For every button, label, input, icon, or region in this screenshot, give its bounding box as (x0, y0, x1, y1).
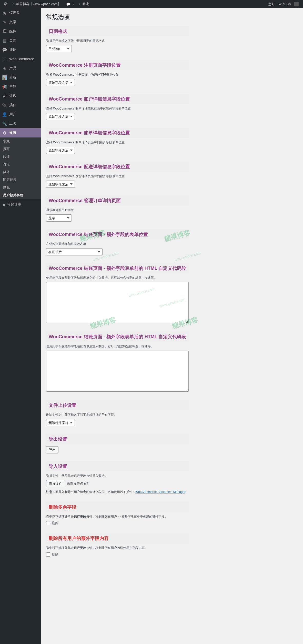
billing-pos-select[interactable]: 原始字段之后 (46, 147, 75, 154)
submenu-item-7[interactable]: 用户额外字段 (0, 191, 41, 199)
section-import-title: 导入设置 (46, 461, 189, 471)
menu-label: 媒体 (9, 29, 16, 34)
menu-label: 设置 (9, 131, 16, 135)
menu-item-6[interactable]: ◈产品 (0, 64, 41, 73)
menu-item-13[interactable]: ⚙设置 (0, 128, 41, 137)
section-shipping-pos-desc: 选择 WooCommerce 发货详情页面中的额外字段表单位置 (46, 174, 189, 179)
section-account-pos-title: WooCommerce 账户详细信息字段位置 (46, 94, 189, 104)
section-checkout-pos-desc: 在结账页面选择额外字段表单 (46, 242, 189, 246)
menu-icon: 👤 (2, 112, 7, 117)
export-button[interactable]: 导出 (46, 446, 58, 453)
checkout-pos-select[interactable]: 在账单后 (46, 248, 103, 255)
section-order-details-title: WooCommerce 管理订单详情页面 (46, 195, 189, 206)
section-html-after-title: WooCommerce 结账页面 - 额外字段表单后的 HTML 自定义代码段 (46, 332, 189, 342)
section-reg-pos-title: WooCommerce 注册页面字段位置 (46, 60, 189, 70)
menu-label: 用户 (9, 112, 16, 117)
menu-item-12[interactable]: 🔧工具 (0, 119, 41, 128)
submenu-item-0[interactable]: 常规 (0, 137, 41, 145)
menu-item-2[interactable]: 🖾媒体 (0, 27, 41, 36)
menu-label: 分析 (9, 75, 16, 80)
wordpress-icon: ⓦ (4, 2, 7, 6)
menu-icon: 📊 (2, 75, 7, 80)
menu-item-1[interactable]: ✎文章 (0, 17, 41, 27)
home-icon: ⌂ (13, 2, 15, 6)
menu-icon: ✎ (2, 19, 7, 25)
collapse-icon: ◀ (2, 203, 5, 207)
section-export-title: 导出设置 (46, 434, 189, 444)
menu-label: 产品 (9, 66, 16, 71)
menu-item-9[interactable]: 🖌外观 (0, 91, 41, 101)
menu-icon: 🔌 (2, 103, 7, 108)
delete-extra-checkbox[interactable] (46, 521, 50, 525)
menu-icon: ◈ (2, 66, 7, 71)
menu-item-7[interactable]: 📊分析 (0, 73, 41, 82)
new-content[interactable]: +新建 (77, 0, 91, 8)
submenu-item-1[interactable]: 撰写 (0, 145, 41, 153)
reg-pos-select[interactable]: 原始字段之后 (46, 79, 75, 86)
section-delete-extra-desc: 选中以下选项并单击保存更改按钮，将删除您在用户 -> 额外字段菜单中创建的额外字… (46, 514, 189, 519)
wc-customers-manager-link[interactable]: WooCommerce Customers Manager (135, 490, 185, 494)
menu-label: 工具 (9, 121, 16, 126)
submenu-item-4[interactable]: 媒体 (0, 168, 41, 176)
menu-icon: 🔧 (2, 121, 7, 126)
section-billing-pos-title: WooCommerce 账单详细信息字段位置 (46, 128, 189, 138)
delete-all-label: 删除 (52, 552, 58, 557)
section-account-pos-desc: 选择 WooCommerce 账户详细信息页面中的额外字段表单位置 (46, 106, 189, 111)
menu-icon: ▤ (2, 38, 7, 43)
section-checkout-pos-title: WooCommerce 结账页面 - 额外字段的表单位置 (46, 229, 189, 240)
site-name[interactable]: ⌂糖果博客【www.wpocn.com】 (11, 0, 63, 8)
delete-all-checkbox[interactable] (46, 552, 50, 557)
comment-count: 0 (72, 2, 74, 6)
menu-label: 插件 (9, 103, 16, 107)
menu-item-3[interactable]: ▤页面 (0, 36, 41, 45)
submenu-item-2[interactable]: 阅读 (0, 153, 41, 161)
greeting-text: 您好，WPOCN (268, 2, 291, 6)
comments-link[interactable]: 💬0 (64, 0, 76, 8)
submenu-item-6[interactable]: 隐私 (0, 184, 41, 191)
html-before-textarea[interactable] (46, 282, 189, 323)
new-label: 新建 (82, 2, 89, 6)
menu-icon: 🖾 (2, 29, 7, 34)
menu-icon: ⬚ (2, 56, 7, 62)
section-date-format-title: 日期格式 (46, 26, 189, 36)
menu-item-4[interactable]: 💬评论 (0, 45, 41, 54)
section-date-format-desc: 选择用于在输入字段中显示日期的日期格式 (46, 38, 189, 43)
page-title: 常规选项 (46, 11, 189, 26)
file-upload-select[interactable]: 删除特殊字符 (46, 419, 75, 426)
menu-item-8[interactable]: 📢营销 (0, 82, 41, 91)
menu-label: 文章 (9, 20, 16, 24)
account-pos-select[interactable]: 原始字段之后 (46, 113, 75, 120)
menu-icon: 📢 (2, 84, 7, 89)
site-title-text: 糖果博客【www.wpocn.com】 (16, 2, 61, 6)
import-note: 注意：要导入和导出用户特定的额外字段值，必须使用以下插件：WooCommerce… (46, 490, 189, 494)
menu-label: 营销 (9, 84, 16, 89)
shipping-pos-select[interactable]: 原始字段之后 (46, 181, 75, 188)
menu-label: 页面 (9, 38, 16, 43)
my-account[interactable]: 您好，WPOCN (266, 0, 301, 8)
avatar (294, 2, 299, 6)
order-details-select[interactable]: 显示 (46, 214, 72, 222)
date-format-select[interactable]: 日/月/年 (46, 45, 72, 52)
wp-logo[interactable]: ⓦ (2, 0, 9, 8)
section-html-before-title: WooCommerce 结账页面 - 额外字段表单前的 HTML 自定义代码段 (46, 263, 189, 273)
menu-item-11[interactable]: 👤用户 (0, 110, 41, 119)
plus-icon: + (79, 2, 81, 6)
menu-item-0[interactable]: ◉仪表盘 (0, 8, 41, 17)
submenu-item-3[interactable]: 讨论 (0, 161, 41, 168)
section-delete-extra-title: 删除多余字段 (46, 502, 189, 512)
menu-icon: ◉ (2, 10, 7, 15)
html-after-textarea[interactable] (46, 351, 189, 392)
section-html-after-desc: 使用此字段在额外字段结账表单后注入数据。它可以包含特定的标题、描述等。 (46, 344, 189, 349)
menu-label: WooCommerce (9, 57, 34, 61)
menu-item-10[interactable]: 🔌插件 (0, 101, 41, 110)
section-file-upload-desc: 删除文件名中除字母数字和下划线以外的所有字符。 (46, 412, 189, 417)
file-status-text: 未选择任何文件 (67, 481, 90, 486)
menu-icon: ⚙ (2, 130, 7, 135)
submenu-item-5[interactable]: 固定链接 (0, 176, 41, 184)
menu-item-5[interactable]: ⬚WooCommerce (0, 54, 41, 64)
section-order-details-desc: 显示额外的用户字段 (46, 208, 189, 212)
collapse-label: 收起菜单 (7, 202, 21, 207)
choose-file-button[interactable]: 选择文件 (46, 480, 65, 487)
menu-icon: 🖌 (2, 93, 7, 98)
collapse-menu[interactable]: ◀收起菜单 (0, 200, 41, 209)
